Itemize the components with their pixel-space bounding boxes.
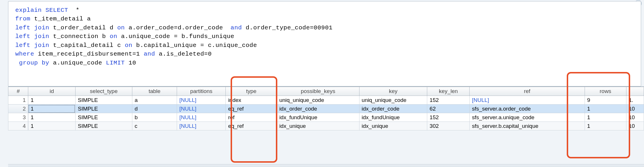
cell-key[interactable]: uniq_unique_code [359, 96, 427, 105]
cell-key[interactable]: idx_unique [359, 122, 427, 130]
col-header-partitions[interactable]: partitions [177, 87, 226, 96]
col-header-ref[interactable]: ref [470, 87, 585, 96]
col-header-key_len[interactable]: key_len [427, 87, 470, 96]
cell-key[interactable]: idx_fundUnique [359, 113, 427, 122]
cell-partitions[interactable]: [NULL] [177, 96, 226, 105]
sql-line[interactable]: explain SELECT * [15, 6, 634, 15]
cell-possible_keys[interactable]: idx_order_code [277, 105, 359, 113]
cell-table[interactable]: a [132, 96, 177, 105]
col-header-key[interactable]: key [359, 87, 427, 96]
cell-select_type[interactable]: SIMPLE [75, 96, 132, 105]
cell-id[interactable]: 1 [28, 96, 76, 105]
sql-keyword: left join [15, 42, 49, 49]
sql-keyword: from [15, 16, 30, 22]
cell-select_type[interactable]: SIMPLE [75, 105, 132, 113]
table-row[interactable]: 31SIMPLEb[NULL]refidx_fundUniqueidx_fund… [8, 113, 644, 122]
sql-line[interactable]: left join t_capital_detail c on b.capita… [15, 41, 634, 50]
sql-keyword: left join [15, 24, 49, 31]
sql-keyword: on [117, 24, 125, 31]
col-header-possible_keys[interactable]: possible_keys [277, 87, 359, 96]
cell-select_type[interactable]: SIMPLE [75, 122, 132, 130]
sql-text[interactable]: explain SELECT *from t_item_detail aleft… [15, 6, 634, 67]
cell-ref[interactable]: sfs_server.a.order_code [470, 105, 585, 113]
cell-ref[interactable]: sfs_server.b.capital_unique [470, 122, 585, 130]
cell-key_len[interactable]: 152 [427, 113, 470, 122]
sql-keyword: explain [15, 7, 42, 14]
cell-type[interactable]: eq_ref [226, 122, 277, 130]
status-bar [8, 164, 644, 167]
col-header-table[interactable]: table [132, 87, 177, 96]
cell-type[interactable]: eq_ref [226, 105, 277, 113]
col-header-extra[interactable] [626, 87, 644, 96]
table-header-row: #idselect_typetablepartitionstypepossibl… [8, 87, 644, 96]
sql-line[interactable]: where item_receipt_disbursement=1 and a.… [15, 50, 634, 58]
sql-text: t_item_detail a [30, 16, 91, 22]
sql-text: 10 [125, 60, 136, 66]
sql-text: a.is_deleted=0 [155, 51, 212, 57]
cell-table[interactable]: c [132, 122, 177, 130]
cell-type[interactable]: ref [226, 113, 277, 122]
cell-extra[interactable]: 10 [626, 122, 644, 130]
cell-id[interactable]: 1 [28, 122, 76, 130]
sql-line[interactable]: left join t_order_detail d on a.order_co… [15, 24, 634, 32]
cell-ref[interactable]: sfs_server.a.unique_code [470, 113, 585, 122]
sql-keyword: SELECT [46, 7, 68, 14]
rownum-cell[interactable]: 3 [8, 113, 28, 122]
cell-key_len[interactable]: 302 [427, 122, 470, 130]
sql-text: a.unique_code [49, 60, 106, 66]
sql-text: item_receipt_disbursement=1 [34, 51, 144, 57]
col-header-type[interactable]: type [226, 87, 277, 96]
sql-text: a.order_code=d.order_code [125, 24, 231, 31]
cell-key_len[interactable]: 62 [427, 105, 470, 113]
table-row[interactable]: 21SIMPLEd[NULL]eq_refidx_order_codeidx_o… [8, 105, 644, 113]
rownum-cell[interactable]: 1 [8, 96, 28, 105]
cell-partitions[interactable]: [NULL] [177, 105, 226, 113]
cell-id[interactable]: 1 [28, 113, 76, 122]
sql-line[interactable]: left join t_connection b on a.unique_cod… [15, 32, 634, 41]
sql-keyword: on [125, 42, 132, 49]
sql-text: t_capital_detail c [49, 42, 125, 49]
rownum-cell[interactable]: 2 [8, 105, 28, 113]
sql-keyword: on [110, 33, 117, 40]
cell-partitions[interactable]: [NULL] [177, 113, 226, 122]
cell-possible_keys[interactable]: uniq_unique_code [277, 96, 359, 105]
col-header-id[interactable]: id [28, 87, 76, 96]
col-header-rows[interactable]: rows [585, 87, 626, 96]
cell-extra[interactable]: 1. [626, 96, 644, 105]
col-header-select_type[interactable]: select_type [75, 87, 132, 96]
cell-rows[interactable]: 1 [585, 122, 626, 130]
col-header-#[interactable]: # [8, 87, 28, 96]
sql-keyword: left join [15, 33, 49, 40]
sql-keyword: group by [15, 60, 49, 66]
cell-table[interactable]: b [132, 113, 177, 122]
sql-text: * [68, 7, 79, 14]
cell-table[interactable]: d [132, 105, 177, 113]
cell-extra[interactable]: 10 [626, 105, 644, 113]
sql-keyword: LIMIT [106, 60, 125, 66]
table-row[interactable]: 11SIMPLEa[NULL]indexuniq_unique_codeuniq… [8, 96, 644, 105]
sql-line[interactable]: group by a.unique_code LIMIT 10 [15, 59, 634, 67]
cell-partitions[interactable]: [NULL] [177, 122, 226, 130]
sql-text: t_order_detail d [49, 24, 117, 31]
cell-rows[interactable]: 1 [585, 113, 626, 122]
sql-keyword: and [231, 24, 242, 31]
sql-text: t_connection b [49, 33, 110, 40]
cell-possible_keys[interactable]: idx_fundUnique [277, 113, 359, 122]
cell-possible_keys[interactable]: idx_unique [277, 122, 359, 130]
table-row[interactable]: 41SIMPLEc[NULL]eq_refidx_uniqueidx_uniqu… [8, 122, 644, 130]
cell-select_type[interactable]: SIMPLE [75, 113, 132, 122]
cell-type[interactable]: index [226, 96, 277, 105]
cell-id[interactable]: 1 [28, 105, 76, 113]
cell-rows[interactable]: 9 [585, 96, 626, 105]
sql-line[interactable]: from t_item_detail a [15, 15, 634, 23]
result-grid[interactable]: #idselect_typetablepartitionstypepossibl… [8, 86, 644, 130]
sql-editor[interactable]: explain SELECT *from t_item_detail aleft… [8, 1, 641, 86]
rownum-cell[interactable]: 4 [8, 122, 28, 130]
cell-key[interactable]: idx_order_code [359, 105, 427, 113]
cell-rows[interactable]: 1 [585, 105, 626, 113]
cell-extra[interactable]: 10 [626, 113, 644, 122]
cell-key_len[interactable]: 152 [427, 96, 470, 105]
cell-ref[interactable]: [NULL] [470, 96, 585, 105]
explain-table[interactable]: #idselect_typetablepartitionstypepossibl… [8, 87, 644, 130]
sql-text [42, 7, 46, 14]
